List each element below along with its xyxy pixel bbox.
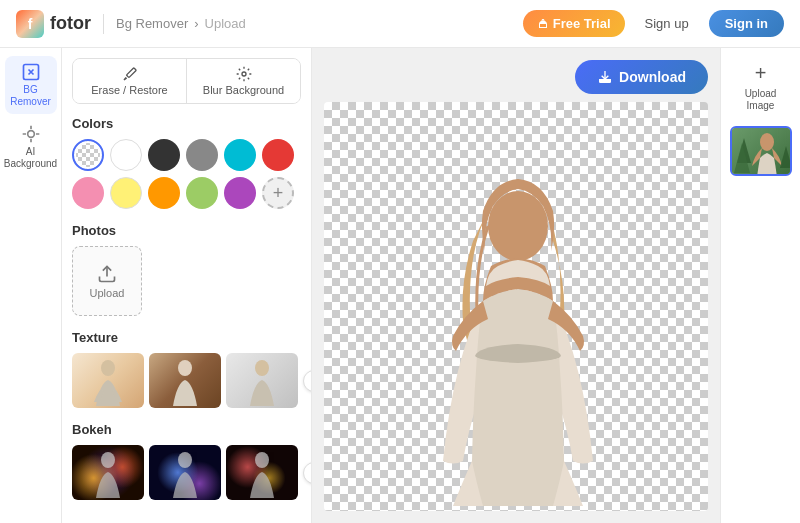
photos-title: Photos [72,223,301,238]
plus-icon: + [755,62,767,85]
sidebar-item-ai-background[interactable]: AIBackground [5,118,57,176]
bg-remover-icon [21,62,41,82]
free-trial-label: Free Trial [553,16,611,31]
svg-point-14 [760,133,774,151]
signup-label: Sign up [645,16,689,31]
fotor-logo-icon: f [16,10,44,38]
svg-point-8 [178,452,192,468]
texture-thumb-2[interactable] [149,353,221,408]
svg-point-7 [101,452,115,468]
signup-button[interactable]: Sign up [635,10,699,37]
header: f fotor Bg Remover › Upload Free Trial S… [0,0,800,48]
tab-erase-restore[interactable]: Erase / Restore [73,59,187,103]
header-divider [103,14,104,34]
canvas-wrapper [324,102,708,511]
color-add-button[interactable]: + [262,177,294,209]
gift-icon [537,18,549,30]
signin-button[interactable]: Sign in [709,10,784,37]
texture-thumb-1[interactable] [72,353,144,408]
color-cyan[interactable] [224,139,256,171]
bokeh-title: Bokeh [72,422,301,437]
svg-point-4 [101,360,115,376]
color-gray[interactable] [186,139,218,171]
bokeh-figure-2 [165,450,205,500]
tab-blur-label: Blur Background [203,84,284,96]
main-layout: BGRemover AIBackground Erase / Restore [0,48,800,523]
download-label: Download [619,69,686,85]
ai-background-icon [21,124,41,144]
svg-point-5 [178,360,192,376]
panel-tabs: Erase / Restore Blur Background [72,58,301,104]
right-sidebar: + UploadImage [720,48,800,523]
breadcrumb-page: Upload [205,16,246,31]
header-actions: Free Trial Sign up Sign in [523,10,784,37]
tab-blur-background[interactable]: Blur Background [187,59,300,103]
texture-row: › [72,353,301,408]
texture-thumb-3[interactable] [226,353,298,408]
breadcrumb-app: Bg Remover [116,16,188,31]
free-trial-button[interactable]: Free Trial [523,10,625,37]
blur-icon [236,66,252,82]
logo: f fotor [16,10,91,38]
tool-sidebar: BGRemover AIBackground [0,48,62,523]
bokeh-row: › [72,445,301,500]
color-transparent[interactable] [72,139,104,171]
color-pink[interactable] [72,177,104,209]
color-green[interactable] [186,177,218,209]
texture-figure-1 [88,358,128,408]
sidebar-item-bg-remover[interactable]: BGRemover [5,56,57,114]
svg-point-2 [242,72,246,76]
preview-image-bg [732,128,790,174]
upload-image-button[interactable]: + UploadImage [739,56,783,118]
brush-icon [122,66,138,82]
svg-point-11 [488,191,548,261]
download-button[interactable]: Download [575,60,708,94]
color-red[interactable] [262,139,294,171]
svg-point-1 [27,131,34,138]
bokeh-next-button[interactable]: › [303,462,312,484]
texture-figure-3 [242,358,282,408]
color-black[interactable] [148,139,180,171]
colors-title: Colors [72,116,301,131]
signin-label: Sign in [725,16,768,31]
colors-grid: + [72,139,301,209]
subject-svg [388,171,648,511]
color-orange[interactable] [148,177,180,209]
canvas-area: Download [312,48,720,523]
bokeh-figure-1 [88,450,128,500]
bg-remover-label: BGRemover [10,84,51,108]
ai-background-label: AIBackground [4,146,57,170]
svg-point-6 [255,360,269,376]
upload-image-label: UploadImage [745,88,777,112]
breadcrumb-sep: › [194,16,198,31]
bokeh-thumb-3[interactable] [226,445,298,500]
tab-erase-label: Erase / Restore [91,84,167,96]
color-yellow[interactable] [110,177,142,209]
canvas-background [324,102,708,511]
panel: Erase / Restore Blur Background Colors [62,48,312,523]
texture-next-button[interactable]: › [303,370,312,392]
preview-svg [732,128,792,176]
texture-title: Texture [72,330,301,345]
breadcrumb: Bg Remover › Upload [116,16,246,31]
color-white[interactable] [110,139,142,171]
upload-label: Upload [90,287,125,299]
texture-figure-2 [165,358,205,408]
download-icon [597,69,613,85]
upload-icon [97,264,117,284]
svg-point-9 [255,452,269,468]
color-purple[interactable] [224,177,256,209]
image-thumbnail-preview[interactable] [730,126,792,176]
bokeh-figure-3 [242,450,282,500]
canvas-toolbar: Download [324,60,708,94]
bokeh-thumb-1[interactable] [72,445,144,500]
photos-upload-button[interactable]: Upload [72,246,142,316]
bokeh-thumb-2[interactable] [149,445,221,500]
logo-text: fotor [50,13,91,34]
subject-figure [388,171,648,511]
